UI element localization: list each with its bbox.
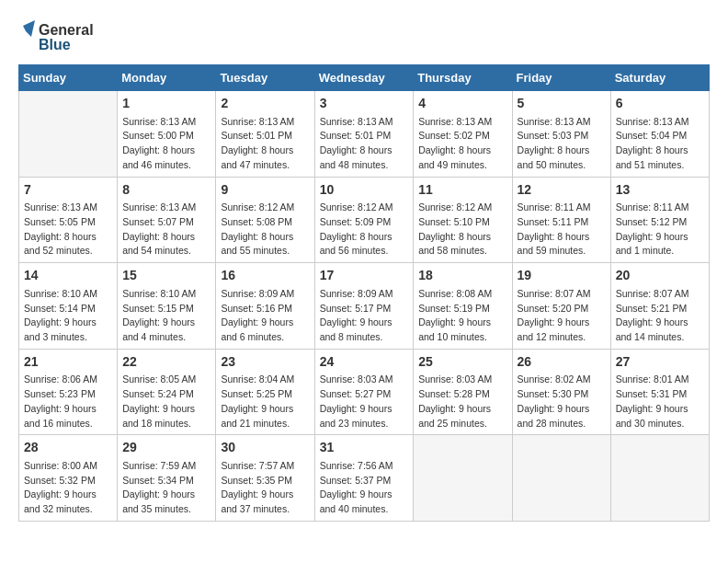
- day-of-week-header: Saturday: [610, 65, 709, 91]
- calendar-day-cell: 20Sunrise: 8:07 AM Sunset: 5:21 PM Dayli…: [610, 263, 709, 350]
- page-header: GeneralBlue: [18, 18, 710, 55]
- day-number: 7: [24, 181, 112, 200]
- day-info: Sunrise: 8:12 AM Sunset: 5:08 PM Dayligh…: [221, 201, 309, 259]
- day-number: 18: [418, 267, 506, 285]
- day-number: 27: [616, 353, 704, 372]
- calendar-day-cell: 16Sunrise: 8:09 AM Sunset: 5:16 PM Dayli…: [216, 263, 314, 350]
- calendar-week-row: 7Sunrise: 8:13 AM Sunset: 5:05 PM Daylig…: [19, 177, 710, 263]
- day-info: Sunrise: 8:10 AM Sunset: 5:14 PM Dayligh…: [24, 287, 112, 345]
- day-number: 1: [122, 95, 210, 113]
- calendar-day-cell: 25Sunrise: 8:03 AM Sunset: 5:28 PM Dayli…: [414, 349, 512, 435]
- day-number: 16: [221, 267, 309, 285]
- calendar-day-cell: [414, 435, 512, 522]
- day-info: Sunrise: 8:09 AM Sunset: 5:16 PM Dayligh…: [221, 287, 309, 345]
- day-number: 10: [320, 181, 409, 200]
- day-number: 19: [518, 267, 606, 285]
- calendar-day-cell: 2Sunrise: 8:13 AM Sunset: 5:01 PM Daylig…: [216, 91, 314, 178]
- calendar-day-cell: 29Sunrise: 7:59 AM Sunset: 5:34 PM Dayli…: [118, 435, 216, 522]
- calendar-day-cell: 27Sunrise: 8:01 AM Sunset: 5:31 PM Dayli…: [610, 349, 709, 435]
- day-number: 5: [518, 95, 606, 113]
- day-info: Sunrise: 8:00 AM Sunset: 5:32 PM Dayligh…: [24, 459, 112, 517]
- calendar-table: SundayMondayTuesdayWednesdayThursdayFrid…: [18, 64, 710, 522]
- calendar-day-cell: 19Sunrise: 8:07 AM Sunset: 5:20 PM Dayli…: [512, 263, 610, 350]
- day-info: Sunrise: 8:12 AM Sunset: 5:09 PM Dayligh…: [320, 201, 409, 259]
- day-info: Sunrise: 8:05 AM Sunset: 5:24 PM Dayligh…: [122, 373, 210, 431]
- svg-marker-2: [23, 20, 35, 37]
- day-number: 14: [24, 267, 112, 285]
- day-info: Sunrise: 8:08 AM Sunset: 5:19 PM Dayligh…: [418, 287, 506, 345]
- day-number: 2: [221, 95, 309, 113]
- day-info: Sunrise: 7:59 AM Sunset: 5:34 PM Dayligh…: [122, 459, 210, 517]
- day-info: Sunrise: 8:01 AM Sunset: 5:31 PM Dayligh…: [616, 373, 704, 431]
- calendar-day-cell: 7Sunrise: 8:13 AM Sunset: 5:05 PM Daylig…: [19, 177, 118, 263]
- day-info: Sunrise: 8:13 AM Sunset: 5:01 PM Dayligh…: [320, 115, 409, 173]
- calendar-day-cell: 10Sunrise: 8:12 AM Sunset: 5:09 PM Dayli…: [314, 177, 414, 263]
- day-of-week-header: Thursday: [414, 65, 512, 91]
- day-number: 21: [24, 353, 112, 372]
- day-number: 26: [518, 353, 606, 372]
- calendar-header-row: SundayMondayTuesdayWednesdayThursdayFrid…: [19, 65, 710, 91]
- svg-text:Blue: Blue: [39, 37, 71, 52]
- calendar-day-cell: 8Sunrise: 8:13 AM Sunset: 5:07 PM Daylig…: [118, 177, 216, 263]
- calendar-day-cell: 4Sunrise: 8:13 AM Sunset: 5:02 PM Daylig…: [414, 91, 512, 178]
- day-of-week-header: Wednesday: [314, 65, 414, 91]
- day-info: Sunrise: 8:13 AM Sunset: 5:03 PM Dayligh…: [518, 115, 606, 173]
- day-number: 11: [418, 181, 506, 200]
- day-info: Sunrise: 8:07 AM Sunset: 5:20 PM Dayligh…: [518, 287, 606, 345]
- day-info: Sunrise: 8:13 AM Sunset: 5:07 PM Dayligh…: [122, 201, 210, 259]
- day-info: Sunrise: 8:13 AM Sunset: 5:01 PM Dayligh…: [221, 115, 309, 173]
- calendar-week-row: 21Sunrise: 8:06 AM Sunset: 5:23 PM Dayli…: [19, 349, 710, 435]
- day-info: Sunrise: 7:56 AM Sunset: 5:37 PM Dayligh…: [320, 459, 409, 517]
- calendar-day-cell: [512, 435, 610, 522]
- calendar-day-cell: 28Sunrise: 8:00 AM Sunset: 5:32 PM Dayli…: [19, 435, 118, 522]
- calendar-day-cell: 15Sunrise: 8:10 AM Sunset: 5:15 PM Dayli…: [118, 263, 216, 350]
- calendar-day-cell: 31Sunrise: 7:56 AM Sunset: 5:37 PM Dayli…: [314, 435, 414, 522]
- calendar-day-cell: [19, 91, 118, 178]
- day-number: 31: [320, 439, 409, 457]
- calendar-day-cell: [610, 435, 709, 522]
- day-info: Sunrise: 8:03 AM Sunset: 5:28 PM Dayligh…: [418, 373, 506, 431]
- calendar-day-cell: 13Sunrise: 8:11 AM Sunset: 5:12 PM Dayli…: [610, 177, 709, 263]
- calendar-week-row: 1Sunrise: 8:13 AM Sunset: 5:00 PM Daylig…: [19, 91, 710, 178]
- calendar-day-cell: 23Sunrise: 8:04 AM Sunset: 5:25 PM Dayli…: [216, 349, 314, 435]
- calendar-day-cell: 3Sunrise: 8:13 AM Sunset: 5:01 PM Daylig…: [314, 91, 414, 178]
- day-info: Sunrise: 8:04 AM Sunset: 5:25 PM Dayligh…: [221, 373, 309, 431]
- day-info: Sunrise: 8:02 AM Sunset: 5:30 PM Dayligh…: [518, 373, 606, 431]
- day-number: 13: [616, 181, 704, 200]
- day-number: 23: [221, 353, 309, 372]
- calendar-day-cell: 1Sunrise: 8:13 AM Sunset: 5:00 PM Daylig…: [118, 91, 216, 178]
- day-info: Sunrise: 8:09 AM Sunset: 5:17 PM Dayligh…: [320, 287, 409, 345]
- day-info: Sunrise: 8:10 AM Sunset: 5:15 PM Dayligh…: [122, 287, 210, 345]
- calendar-day-cell: 6Sunrise: 8:13 AM Sunset: 5:04 PM Daylig…: [610, 91, 709, 178]
- day-of-week-header: Tuesday: [216, 65, 314, 91]
- logo: GeneralBlue: [18, 18, 101, 55]
- day-number: 12: [518, 181, 606, 200]
- calendar-day-cell: 17Sunrise: 8:09 AM Sunset: 5:17 PM Dayli…: [314, 263, 414, 350]
- day-info: Sunrise: 8:13 AM Sunset: 5:00 PM Dayligh…: [122, 115, 210, 173]
- day-info: Sunrise: 8:07 AM Sunset: 5:21 PM Dayligh…: [616, 287, 704, 345]
- day-of-week-header: Sunday: [19, 65, 118, 91]
- day-info: Sunrise: 7:57 AM Sunset: 5:35 PM Dayligh…: [221, 459, 309, 517]
- day-number: 20: [616, 267, 704, 285]
- calendar-week-row: 14Sunrise: 8:10 AM Sunset: 5:14 PM Dayli…: [19, 263, 710, 350]
- day-info: Sunrise: 8:13 AM Sunset: 5:02 PM Dayligh…: [418, 115, 506, 173]
- day-info: Sunrise: 8:11 AM Sunset: 5:11 PM Dayligh…: [518, 201, 606, 259]
- logo-svg: GeneralBlue: [18, 18, 101, 55]
- day-number: 25: [418, 353, 506, 372]
- calendar-day-cell: 26Sunrise: 8:02 AM Sunset: 5:30 PM Dayli…: [512, 349, 610, 435]
- day-info: Sunrise: 8:06 AM Sunset: 5:23 PM Dayligh…: [24, 373, 112, 431]
- calendar-day-cell: 21Sunrise: 8:06 AM Sunset: 5:23 PM Dayli…: [19, 349, 118, 435]
- day-number: 15: [122, 267, 210, 285]
- day-info: Sunrise: 8:13 AM Sunset: 5:05 PM Dayligh…: [24, 201, 112, 259]
- day-info: Sunrise: 8:11 AM Sunset: 5:12 PM Dayligh…: [616, 201, 704, 259]
- svg-text:General: General: [39, 22, 94, 38]
- day-number: 3: [320, 95, 409, 113]
- calendar-week-row: 28Sunrise: 8:00 AM Sunset: 5:32 PM Dayli…: [19, 435, 710, 522]
- day-number: 4: [418, 95, 506, 113]
- calendar-day-cell: 5Sunrise: 8:13 AM Sunset: 5:03 PM Daylig…: [512, 91, 610, 178]
- day-number: 28: [24, 439, 112, 457]
- day-number: 8: [122, 181, 210, 200]
- day-of-week-header: Monday: [118, 65, 216, 91]
- calendar-day-cell: 12Sunrise: 8:11 AM Sunset: 5:11 PM Dayli…: [512, 177, 610, 263]
- calendar-day-cell: 18Sunrise: 8:08 AM Sunset: 5:19 PM Dayli…: [414, 263, 512, 350]
